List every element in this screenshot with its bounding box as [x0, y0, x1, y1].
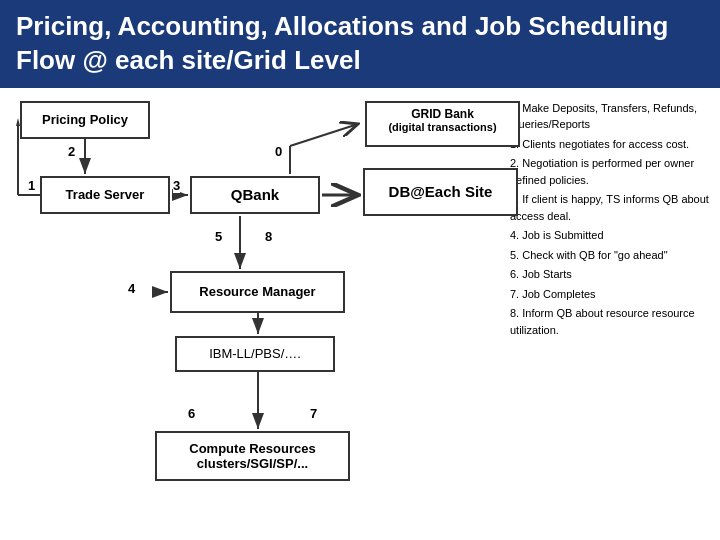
page-title: Pricing, Accounting, Allocations and Job…	[16, 11, 668, 75]
legend-area: 0. Make Deposits, Transfers, Refunds, Qu…	[510, 96, 710, 540]
qbank-box: QBank	[190, 176, 320, 214]
grid-bank-line2: (digital transactions)	[371, 121, 514, 133]
legend-item-1: 1. Clients negotiates for access cost.	[510, 136, 710, 153]
legend-item-3: 3. If client is happy, TS informs QB abo…	[510, 191, 710, 224]
legend-item-8: 8. Inform QB about resource resource uti…	[510, 305, 710, 338]
step-5-label: 5	[215, 229, 222, 244]
db-each-site-box: DB@Each Site	[363, 168, 518, 216]
legend-item-0: 0. Make Deposits, Transfers, Refunds, Qu…	[510, 100, 710, 133]
step-0-label: 0	[275, 144, 282, 159]
legend-item-7: 7. Job Completes	[510, 286, 710, 303]
title-bar: Pricing, Accounting, Allocations and Job…	[0, 0, 720, 88]
ibm-box: IBM-LL/PBS/….	[175, 336, 335, 372]
pricing-policy-box: Pricing Policy	[20, 101, 150, 139]
grid-bank-box: GRID Bank (digital transactions)	[365, 101, 520, 147]
grid-bank-line1: GRID Bank	[371, 107, 514, 121]
legend-item-2: 2. Negotiation is performed per owner de…	[510, 155, 710, 188]
step-4-label: 4	[128, 281, 135, 296]
legend-item-6: 6. Job Starts	[510, 266, 710, 283]
compute-resources-box: Compute Resources clusters/SGI/SP/...	[155, 431, 350, 481]
step-8-label: 8	[265, 229, 272, 244]
svg-line-8	[290, 124, 358, 146]
trade-server-box: Trade Server	[40, 176, 170, 214]
step-3-label: 3	[173, 178, 180, 193]
legend-item-5: 5. Check with QB for "go ahead"	[510, 247, 710, 264]
legend-item-4: 4. Job is Submitted	[510, 227, 710, 244]
step-2-label: 2	[68, 144, 75, 159]
step-1-label: 1	[28, 178, 35, 193]
step-6-label: 6	[188, 406, 195, 421]
step-7-label: 7	[310, 406, 317, 421]
resource-manager-box: Resource Manager	[170, 271, 345, 313]
